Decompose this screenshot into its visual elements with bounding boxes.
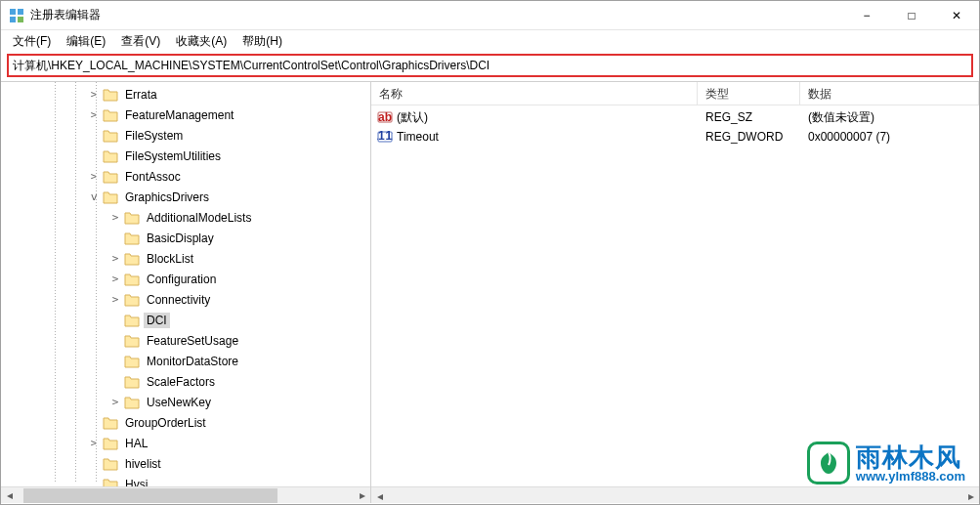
tree-item[interactable]: >HAL [1, 433, 370, 453]
app-icon [9, 8, 24, 23]
expand-icon[interactable]: > [108, 396, 122, 408]
folder-icon [124, 231, 140, 245]
value-name: (默认) [397, 109, 428, 126]
expand-icon[interactable]: > [108, 211, 122, 224]
tree-item-label: BlockList [144, 251, 196, 267]
tree-item[interactable]: GroupOrderList [1, 412, 370, 433]
folder-icon [103, 416, 118, 430]
folder-icon [124, 252, 140, 266]
scroll-left-button[interactable]: ◂ [1, 487, 18, 504]
title-bar: 注册表编辑器 − □ ✕ [1, 1, 979, 30]
folder-icon [103, 108, 118, 122]
scroll-track[interactable] [388, 487, 962, 503]
tree-item[interactable]: >FontAssoc [1, 166, 370, 187]
scroll-left-button[interactable]: ◂ [371, 487, 388, 504]
tree-item[interactable]: DCI [1, 310, 370, 330]
column-name[interactable]: 名称 [371, 82, 698, 105]
value-type: REG_SZ [698, 110, 800, 124]
address-text: 计算机\HKEY_LOCAL_MACHINE\SYSTEM\CurrentCon… [13, 58, 490, 74]
scroll-track[interactable] [18, 487, 354, 503]
folder-icon [103, 437, 118, 450]
tree-item-label: DCI [144, 313, 170, 328]
scroll-thumb[interactable] [23, 488, 277, 503]
tree-item[interactable]: >Connectivity [1, 289, 370, 310]
tree-item-label: GroupOrderList [122, 415, 209, 431]
tree-guide-line [96, 82, 97, 483]
address-bar[interactable]: 计算机\HKEY_LOCAL_MACHINE\SYSTEM\CurrentCon… [7, 54, 973, 77]
folder-icon [124, 355, 140, 368]
menu-bar: 文件(F) 编辑(E) 查看(V) 收藏夹(A) 帮助(H) [1, 30, 979, 52]
value-row[interactable]: ab(默认)REG_SZ(数值未设置) [371, 107, 979, 127]
menu-help[interactable]: 帮助(H) [234, 31, 290, 52]
tree-item[interactable]: >Configuration [1, 269, 370, 289]
svg-text:ab: ab [378, 110, 392, 124]
tree-item[interactable]: >Errata [1, 84, 370, 105]
tree-item-label: UseNewKey [144, 395, 214, 410]
value-data: 0x00000007 (7) [800, 130, 979, 144]
expand-icon[interactable]: > [87, 170, 101, 183]
reg-binary-icon: 011 110 [377, 129, 393, 145]
menu-favorites[interactable]: 收藏夹(A) [168, 31, 234, 52]
folder-icon [103, 170, 118, 184]
window-controls: − □ ✕ [844, 1, 979, 29]
maximize-button[interactable]: □ [889, 1, 934, 29]
tree-item[interactable]: FileSystem [1, 125, 370, 146]
tree-item-label: Errata [122, 87, 160, 103]
tree-item[interactable]: FileSystemUtilities [1, 146, 370, 166]
folder-icon [103, 457, 118, 471]
svg-rect-2 [10, 17, 16, 22]
scroll-right-button[interactable]: ▸ [962, 487, 979, 504]
svg-rect-1 [18, 9, 23, 15]
tree-item[interactable]: ScaleFactors [1, 371, 370, 392]
tree-item[interactable]: MonitorDataStore [1, 351, 370, 371]
values-list[interactable]: ab(默认)REG_SZ(数值未设置)011 110TimeoutREG_DWO… [371, 105, 979, 486]
tree-guide-line [55, 82, 56, 483]
tree-item[interactable]: FeatureSetUsage [1, 330, 370, 351]
tree-item[interactable]: hivelist [1, 453, 370, 474]
svg-rect-0 [10, 9, 16, 15]
tree-item-label: ScaleFactors [144, 374, 218, 390]
tree-item[interactable]: >BlockList [1, 248, 370, 269]
tree-panel[interactable]: >Errata>FeatureManagementFileSystemFileS… [1, 82, 371, 503]
column-data[interactable]: 数据 [800, 82, 979, 105]
folder-icon [103, 88, 118, 102]
menu-view[interactable]: 查看(V) [113, 31, 168, 52]
svg-rect-3 [18, 17, 23, 22]
tree-item[interactable]: >UseNewKey [1, 392, 370, 412]
tree-item[interactable]: >AdditionalModeLists [1, 207, 370, 228]
tree-item-label: FileSystem [122, 128, 186, 144]
tree-item[interactable]: >FeatureManagement [1, 105, 370, 125]
menu-edit[interactable]: 编辑(E) [59, 31, 113, 52]
expand-icon[interactable]: > [108, 293, 122, 306]
expand-icon[interactable]: > [87, 88, 101, 101]
folder-icon [103, 129, 118, 143]
value-type: REG_DWORD [698, 130, 800, 144]
expand-icon[interactable]: > [87, 108, 101, 121]
expand-icon[interactable]: > [87, 437, 101, 449]
tree-item[interactable]: BasicDisplay [1, 228, 370, 248]
expand-icon[interactable]: > [108, 273, 122, 285]
reg-string-icon: ab [377, 109, 393, 125]
folder-icon [124, 396, 140, 409]
tree-horizontal-scrollbar[interactable]: ◂ ▸ [1, 486, 370, 503]
values-panel: 名称 类型 数据 ab(默认)REG_SZ(数值未设置)011 110Timeo… [371, 82, 979, 503]
close-button[interactable]: ✕ [934, 1, 979, 29]
folder-icon [103, 149, 118, 163]
folder-icon [124, 334, 140, 348]
column-type[interactable]: 类型 [698, 82, 800, 105]
scroll-right-button[interactable]: ▸ [354, 487, 370, 504]
folder-icon [124, 314, 140, 327]
svg-text:011 110: 011 110 [377, 129, 393, 143]
expand-icon[interactable]: > [108, 252, 122, 265]
values-header: 名称 类型 数据 [371, 82, 979, 105]
window-title: 注册表编辑器 [30, 7, 844, 23]
value-row[interactable]: 011 110TimeoutREG_DWORD0x00000007 (7) [371, 127, 979, 147]
menu-file[interactable]: 文件(F) [5, 31, 59, 52]
folder-icon [103, 190, 118, 204]
tree-item[interactable]: ⅴGraphicsDrivers [1, 187, 370, 207]
list-horizontal-scrollbar[interactable]: ◂ ▸ [371, 486, 979, 503]
value-name: Timeout [397, 130, 439, 144]
minimize-button[interactable]: − [844, 1, 889, 29]
tree-item-label: HAL [122, 436, 150, 451]
collapse-icon[interactable]: ⅴ [87, 190, 101, 203]
